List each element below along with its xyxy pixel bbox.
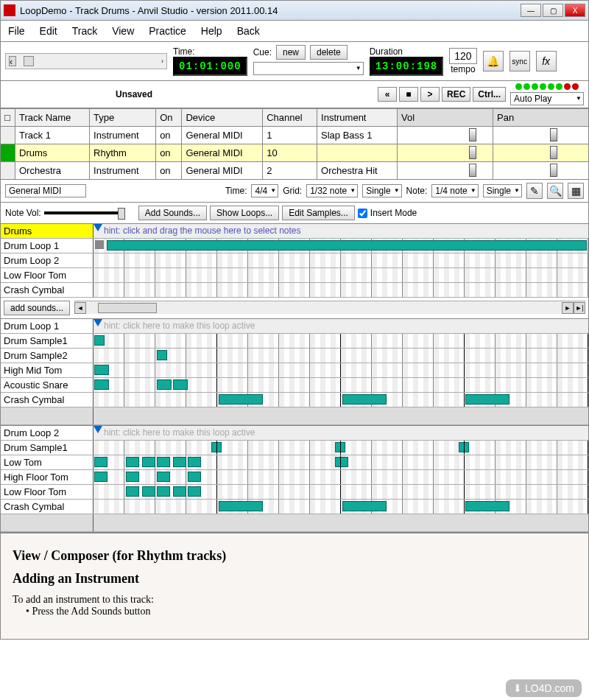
note[interactable] xyxy=(94,365,109,375)
notevol-slider[interactable] xyxy=(44,211,125,214)
close-button[interactable]: X xyxy=(565,4,585,17)
note-row[interactable] xyxy=(94,393,588,407)
maximize-button[interactable]: ▢ xyxy=(543,4,563,17)
note[interactable] xyxy=(342,394,387,405)
playhead-icon[interactable] xyxy=(94,319,102,326)
row-label[interactable]: High Mid Tom xyxy=(1,363,94,377)
note-mode-select[interactable]: Single xyxy=(483,184,522,197)
track-name[interactable]: Track 1 xyxy=(15,127,90,144)
row-label[interactable]: High Floor Tom xyxy=(1,470,94,484)
note[interactable] xyxy=(157,457,170,467)
timesig-select[interactable]: 4/4 xyxy=(251,184,278,197)
vol-slider[interactable] xyxy=(398,127,493,144)
note[interactable] xyxy=(157,350,167,360)
th-device[interactable]: Device xyxy=(182,109,263,127)
th-on[interactable]: On xyxy=(156,109,182,127)
track-type[interactable]: Rhythm xyxy=(90,144,156,162)
row-label[interactable]: Drum Sample1 xyxy=(1,441,94,455)
th-pan[interactable]: Pan xyxy=(493,109,589,127)
cue-new-button[interactable]: new xyxy=(276,45,306,60)
row-label[interactable]: Crash Cymbal xyxy=(1,500,94,514)
th-vol[interactable]: Vol xyxy=(398,109,493,127)
rewind-button[interactable]: « xyxy=(378,87,397,102)
note[interactable] xyxy=(157,472,170,482)
add-sounds-button[interactable]: Add Sounds... xyxy=(138,206,207,220)
fx-icon[interactable]: fx xyxy=(536,51,557,71)
note[interactable] xyxy=(142,457,155,467)
pan-slider[interactable] xyxy=(493,144,589,162)
track-channel[interactable]: 10 xyxy=(263,144,317,162)
note[interactable] xyxy=(188,457,201,467)
play-button[interactable]: > xyxy=(420,87,440,102)
note-row[interactable] xyxy=(94,268,588,282)
track-on[interactable]: on xyxy=(156,127,182,144)
menu-file[interactable]: File xyxy=(8,25,25,37)
note[interactable] xyxy=(157,379,172,390)
section-title[interactable]: Drum Loop 1 xyxy=(1,319,94,333)
menu-back[interactable]: Back xyxy=(237,25,260,37)
note[interactable] xyxy=(335,442,345,452)
note-row[interactable] xyxy=(94,378,588,392)
device-field[interactable] xyxy=(5,184,86,197)
row-label[interactable]: Crash Cymbal xyxy=(1,283,94,297)
track-on[interactable]: on xyxy=(156,162,182,180)
grid-mode-select[interactable]: Single xyxy=(362,184,401,197)
tempo-value[interactable]: 120 xyxy=(449,48,476,64)
cue-delete-button[interactable]: delete xyxy=(310,45,348,60)
sync-icon[interactable]: sync xyxy=(509,51,530,71)
track-device[interactable]: General MIDI xyxy=(182,144,263,162)
autoplay-select[interactable]: Auto Play xyxy=(510,92,584,105)
row-label[interactable]: Low Floor Tom xyxy=(1,268,94,282)
scroll-end-icon[interactable]: ►| xyxy=(574,302,585,314)
note[interactable] xyxy=(173,486,186,497)
note[interactable] xyxy=(126,486,139,497)
note[interactable] xyxy=(94,457,107,467)
note[interactable] xyxy=(126,457,139,467)
insert-mode-checkbox[interactable] xyxy=(358,209,367,218)
metronome-icon[interactable]: 🔔 xyxy=(483,51,504,71)
track-name[interactable]: Orchestra xyxy=(15,162,90,180)
note-row[interactable] xyxy=(94,363,588,377)
note-row[interactable] xyxy=(94,283,588,297)
th-type[interactable]: Type xyxy=(90,109,156,127)
track-header-marker[interactable]: □ xyxy=(1,109,15,127)
menu-edit[interactable]: Edit xyxy=(40,25,57,37)
section-title[interactable]: Drum Loop 2 xyxy=(1,426,94,440)
section-title[interactable]: Drums xyxy=(1,224,94,238)
note-row[interactable] xyxy=(94,455,588,469)
track-type[interactable]: Instrument xyxy=(90,127,156,144)
th-instrument[interactable]: Instrument xyxy=(317,109,398,127)
track-marker[interactable] xyxy=(1,144,15,162)
menu-track[interactable]: Track xyxy=(72,25,97,37)
note[interactable] xyxy=(94,335,105,346)
scroller-right-icon[interactable]: › xyxy=(161,57,163,65)
zoom-icon[interactable]: 🔍 xyxy=(547,183,563,199)
playhead-icon[interactable] xyxy=(94,426,102,433)
note[interactable] xyxy=(94,472,107,482)
vol-slider[interactable] xyxy=(398,162,493,180)
note-select[interactable]: 1/4 note xyxy=(431,184,478,197)
pan-slider[interactable] xyxy=(493,127,589,144)
note-row[interactable] xyxy=(94,500,588,514)
playhead-icon[interactable] xyxy=(94,224,102,231)
tool-icon[interactable]: ✎ xyxy=(526,183,543,199)
note-row[interactable] xyxy=(94,253,588,267)
note[interactable] xyxy=(94,379,109,390)
minimize-button[interactable]: — xyxy=(521,4,541,17)
row-label[interactable]: Drum Loop 2 xyxy=(1,253,94,267)
menu-view[interactable]: View xyxy=(112,25,134,37)
add-sounds-small-button[interactable]: add sounds... xyxy=(4,301,70,315)
track-channel[interactable]: 1 xyxy=(263,127,317,144)
track-marker[interactable] xyxy=(1,127,15,144)
scroller-thumb[interactable] xyxy=(24,56,34,66)
note[interactable] xyxy=(211,442,222,452)
position-scroller[interactable]: ‹ › xyxy=(5,53,167,69)
track-type[interactable]: Instrument xyxy=(90,162,156,180)
scroll-right-icon[interactable]: ► xyxy=(562,302,574,314)
scroll-left-icon[interactable]: ◄ xyxy=(74,302,86,314)
note[interactable] xyxy=(335,457,348,467)
row-label[interactable]: Acoustic Snare xyxy=(1,378,94,392)
track-row[interactable]: Track 1 Instrument on General MIDI 1 Sla… xyxy=(1,127,589,144)
row-label[interactable]: Drum Loop 1 xyxy=(1,239,94,253)
track-device[interactable]: General MIDI xyxy=(182,127,263,144)
